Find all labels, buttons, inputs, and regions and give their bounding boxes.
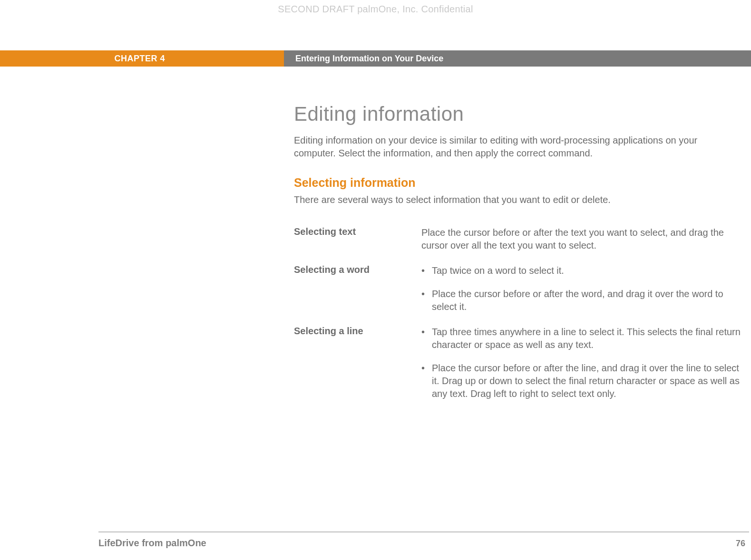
row-label: Selecting a word (294, 264, 421, 313)
row-body: • Tap three times anywhere in a line to … (421, 326, 741, 400)
row-label: Selecting text (294, 226, 421, 252)
footer-product: LifeDrive from palmOne (98, 538, 206, 549)
footer-divider (98, 531, 749, 532)
bullet-text: Tap twice on a word to select it. (432, 264, 741, 277)
bullet-text: Tap three times anywhere in a line to se… (432, 326, 741, 351)
bullet-text: Place the cursor before or after the wor… (432, 288, 741, 313)
row-selecting-word: Selecting a word • Tap twice on a word t… (294, 264, 741, 313)
footer-page-number: 76 (736, 539, 749, 549)
row-selecting-text: Selecting text Place the cursor before o… (294, 226, 741, 252)
subintro-paragraph: There are several ways to select informa… (294, 193, 741, 206)
row-body: • Tap twice on a word to select it. • Pl… (421, 264, 741, 313)
watermark-text: SECOND DRAFT palmOne, Inc. Confidential (0, 4, 751, 15)
list-item: • Place the cursor before or after the l… (421, 362, 741, 400)
bullet-icon: • (421, 264, 432, 277)
subheading: Selecting information (294, 176, 741, 190)
bullet-icon: • (421, 288, 432, 313)
chapter-title: Entering Information on Your Device (295, 54, 443, 64)
main-content: Editing information Editing information … (294, 103, 741, 413)
intro-paragraph: Editing information on your device is si… (294, 134, 741, 160)
list-item: • Tap twice on a word to select it. (421, 264, 741, 277)
page-title: Editing information (294, 103, 741, 126)
chapter-label: CHAPTER 4 (114, 54, 165, 64)
list-item: • Tap three times anywhere in a line to … (421, 326, 741, 351)
footer: LifeDrive from palmOne 76 (98, 538, 749, 549)
bullet-icon: • (421, 326, 432, 351)
list-item: • Place the cursor before or after the w… (421, 288, 741, 313)
bullet-icon: • (421, 362, 432, 400)
chapter-bar: CHAPTER 4 Entering Information on Your D… (0, 50, 751, 67)
chapter-label-container: CHAPTER 4 (0, 50, 284, 67)
chapter-title-container: Entering Information on Your Device (284, 50, 751, 67)
bullet-text: Place the cursor before or after the lin… (432, 362, 741, 400)
row-selecting-line: Selecting a line • Tap three times anywh… (294, 326, 741, 400)
row-label: Selecting a line (294, 326, 421, 400)
row-body: Place the cursor before or after the tex… (421, 226, 741, 252)
